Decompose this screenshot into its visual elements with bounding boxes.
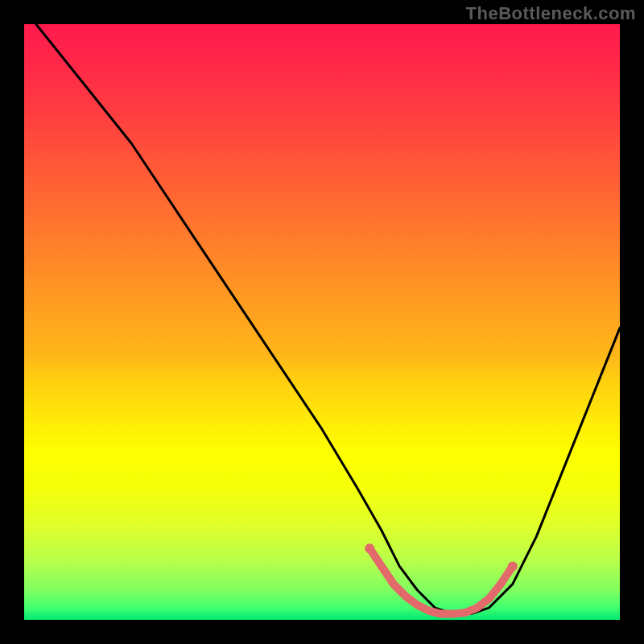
curve-layer xyxy=(24,24,620,620)
highlight-dot-right xyxy=(508,561,518,571)
watermark-text: TheBottleneck.com xyxy=(466,3,636,24)
bottleneck-curve xyxy=(36,24,620,614)
plot-area xyxy=(24,24,620,620)
chart-frame: TheBottleneck.com xyxy=(0,0,644,644)
highlight-dot-left xyxy=(365,543,374,553)
